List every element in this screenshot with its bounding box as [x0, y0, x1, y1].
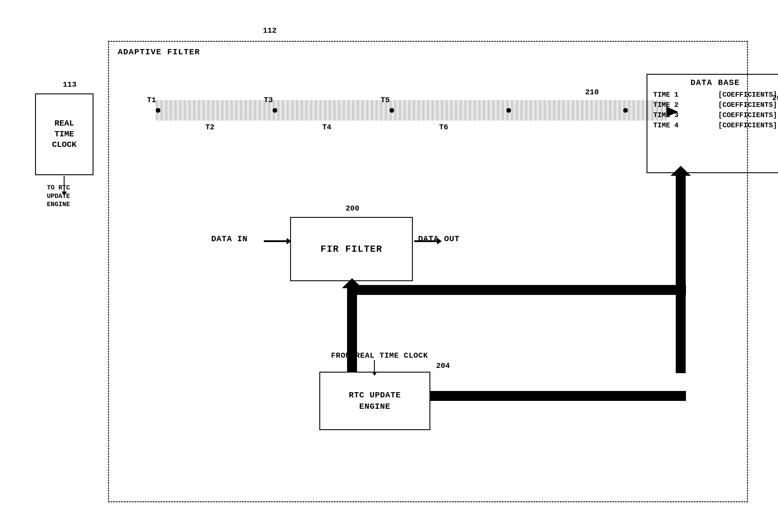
db-time-1: TIME 1	[653, 91, 680, 99]
db-row-1: TIME 1 [COEFFICIENTS]	[647, 90, 778, 100]
rtc-update-engine-box: RTC UPDATE ENGINE	[319, 372, 430, 430]
db-time-3: TIME 3	[653, 111, 680, 119]
label-t4: T4	[322, 123, 331, 132]
fir-filter-box: FIR FILTER	[290, 217, 413, 281]
label-204: 204	[436, 361, 450, 370]
thick-arrow-horiz-bottom	[430, 391, 686, 401]
label-202: 202	[772, 94, 778, 102]
adaptive-filter-title: ADAPTIVE FILTER	[118, 48, 200, 57]
database-title: DATA BASE	[647, 75, 778, 90]
rtc-box: REAL TIME CLOCK	[35, 93, 93, 175]
from-rtc-label: FROM REAL TIME CLOCK	[331, 351, 428, 360]
timeline-dot-2	[273, 108, 277, 113]
db-row-4: TIME 4 [COEFFICIENTS]	[647, 120, 778, 130]
db-time-2: TIME 2	[653, 101, 680, 109]
db-row-3: TIME 3 [COEFFICIENTS]	[647, 110, 778, 120]
rtc-update-line1: RTC UPDATE	[349, 389, 401, 401]
db-time-4: TIME 4	[653, 121, 680, 129]
arrow-data-in	[264, 240, 287, 242]
db-row-2: TIME 2 [COEFFICIENTS]	[647, 100, 778, 110]
db-coeff-3: [COEFFICIENTS]	[718, 111, 777, 119]
db-coeff-1: [COEFFICIENTS]	[718, 91, 777, 99]
rtc-update-line2: ENGINE	[349, 401, 401, 412]
fir-filter-label: FIR FILTER	[320, 244, 382, 255]
rtc-line3: CLOCK	[52, 140, 77, 150]
database-box: DATA BASE TIME 1 [COEFFICIENTS] TIME 2 […	[646, 74, 778, 173]
thick-arrow-horiz-top	[352, 285, 686, 295]
label-200: 200	[345, 204, 359, 213]
label-t6: T6	[439, 123, 448, 132]
diagram-container: 113 REAL TIME CLOCK TO RTC UPDATE ENGINE…	[17, 17, 760, 514]
label-t5: T5	[381, 96, 390, 104]
to-rtc-update-label: TO RTC UPDATE ENGINE	[26, 184, 91, 209]
data-in-label: DATA IN	[211, 235, 248, 244]
timeline-dot-1	[156, 108, 160, 113]
arrow-from-rtc	[374, 360, 375, 372]
db-coeff-4: [COEFFICIENTS]	[718, 121, 777, 129]
timeline-dot-5	[623, 108, 628, 113]
arrow-data-out	[414, 240, 438, 242]
thick-arrow-up-to-db	[676, 175, 686, 373]
label-t3: T3	[264, 96, 273, 104]
db-coeff-2: [COEFFICIENTS]	[718, 101, 777, 109]
label-210: 210	[585, 88, 599, 97]
label-113: 113	[63, 80, 77, 89]
label-t2: T2	[206, 123, 215, 132]
adaptive-filter-box: ADAPTIVE FILTER T1 T3 T5 T2 T4 T6 210 DA…	[108, 41, 748, 502]
label-112: 112	[263, 26, 277, 35]
rtc-line2: TIME	[52, 129, 77, 140]
label-t1: T1	[147, 96, 156, 104]
timeline-dot-3	[389, 108, 394, 113]
timeline-dot-4	[506, 108, 511, 113]
rtc-line1: REAL	[52, 118, 77, 129]
timeline-bar	[156, 100, 667, 120]
